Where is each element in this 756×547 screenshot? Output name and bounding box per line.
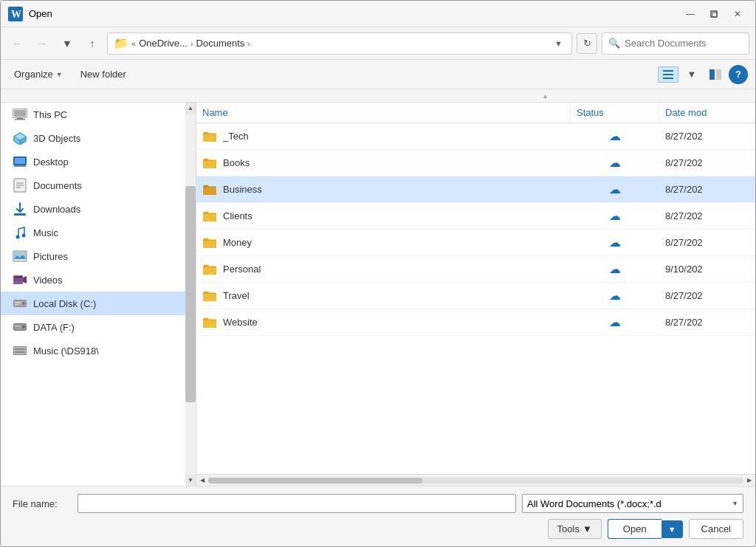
table-row[interactable]: _Tech ☁ 8/27/202: [196, 123, 755, 150]
recent-locations-button[interactable]: ▼: [57, 33, 78, 54]
sidebar-item-downloads[interactable]: Downloads: [1, 197, 185, 221]
table-row[interactable]: Money ☁ 8/27/202: [196, 230, 755, 256]
sidebar-item-pictures[interactable]: Pictures: [1, 244, 185, 268]
col-header-name[interactable]: Name: [196, 103, 571, 123]
h-scroll-thumb[interactable]: [208, 478, 422, 484]
maximize-button[interactable]: [704, 6, 724, 22]
scroll-track[interactable]: [185, 114, 196, 475]
sidebar-item-this-pc[interactable]: This PC: [1, 103, 185, 126]
main-content: This PC 3D Objects: [1, 103, 755, 486]
file-cell-status-personal: ☁: [571, 256, 659, 282]
svg-rect-8: [716, 69, 721, 80]
table-row[interactable]: Travel ☁ 8/27/202: [196, 283, 755, 309]
cloud-icon-website: ☁: [609, 315, 621, 329]
sidebar-item-local-disk[interactable]: Local Disk (C:): [1, 292, 185, 315]
svg-rect-7: [709, 69, 715, 80]
table-row[interactable]: Clients ☁ 8/27/202: [196, 203, 755, 230]
cancel-button[interactable]: Cancel: [689, 519, 743, 539]
desktop-icon: [13, 154, 27, 169]
col-date-label: Date mod: [665, 107, 707, 118]
table-row[interactable]: Personal ☁ 9/10/202: [196, 256, 755, 283]
file-cell-status-tech: ☁: [571, 123, 659, 149]
preview-button[interactable]: [705, 64, 726, 85]
filename-clients: Clients: [223, 210, 252, 221]
file-cell-name-personal: Personal: [196, 256, 571, 282]
svg-rect-2: [711, 11, 717, 17]
file-cell-date-money: 8/27/202: [659, 230, 755, 255]
h-scroll-right-btn[interactable]: ▶: [743, 475, 755, 486]
file-cell-date-website: 8/27/202: [659, 309, 755, 335]
col-header-status[interactable]: Status: [571, 103, 659, 123]
file-cell-name-money: Money: [196, 230, 571, 255]
file-type-select[interactable]: All Word Documents (*.docx;*.d ▼: [522, 494, 743, 513]
sidebar-item-3d-objects[interactable]: 3D Objects: [1, 126, 185, 150]
list-view-button[interactable]: [658, 66, 678, 83]
filename-money: Money: [223, 237, 252, 248]
search-icon: 🔍: [608, 38, 620, 49]
svg-point-38: [22, 302, 25, 305]
file-list-container: Name Status Date mod: [196, 103, 755, 486]
scroll-hint-bar: ▲: [1, 89, 755, 103]
open-button[interactable]: Open: [608, 519, 662, 539]
file-cell-status-books: ☁: [571, 150, 659, 176]
cloud-icon-books: ☁: [609, 156, 621, 170]
sidebar-item-music[interactable]: Music: [1, 221, 185, 244]
sidebar-item-videos[interactable]: Videos: [1, 268, 185, 292]
sidebar-item-data-f[interactable]: DATA (F:): [1, 315, 185, 339]
folder-icon-travel: [202, 289, 217, 303]
sidebar-item-documents[interactable]: Documents: [1, 173, 185, 197]
sidebar-item-music-nas[interactable]: Music (\DS918\: [1, 339, 185, 362]
minimize-button[interactable]: —: [680, 6, 701, 22]
file-cell-name-website: Website: [196, 309, 571, 335]
search-input[interactable]: [625, 38, 743, 49]
open-dropdown-button[interactable]: ▼: [662, 520, 683, 538]
scroll-thumb[interactable]: [185, 186, 196, 402]
table-row[interactable]: Books ☁ 8/27/202: [196, 150, 755, 176]
svg-point-31: [21, 252, 24, 255]
close-button[interactable]: ✕: [727, 6, 748, 22]
date-travel: 8/27/202: [665, 290, 703, 301]
documents-icon: [13, 178, 27, 193]
folder-icon-books: [202, 156, 217, 171]
organize-button[interactable]: Organize ▼: [8, 66, 69, 83]
refresh-button[interactable]: ↻: [577, 33, 597, 54]
table-row[interactable]: Website ☁ 8/27/202: [196, 309, 755, 336]
search-box: 🔍: [602, 32, 749, 55]
forward-button[interactable]: →: [32, 33, 52, 54]
tools-button[interactable]: Tools ▼: [548, 519, 602, 539]
h-scroll-left-btn[interactable]: ◀: [196, 475, 208, 486]
file-name-input[interactable]: [78, 494, 516, 513]
back-button[interactable]: ←: [7, 33, 27, 54]
pictures-icon: [13, 249, 27, 264]
path-separator-1: «: [131, 39, 136, 48]
col-header-date[interactable]: Date mod: [659, 103, 755, 123]
file-cell-date-clients: 8/27/202: [659, 203, 755, 229]
scroll-down-btn[interactable]: ▼: [185, 475, 196, 486]
path-dropdown-arrow[interactable]: ▼: [551, 38, 566, 49]
help-button[interactable]: ?: [729, 65, 748, 84]
svg-rect-20: [14, 165, 26, 167]
sidebar-label-downloads: Downloads: [33, 204, 80, 215]
date-money: 8/27/202: [665, 237, 703, 248]
folder-icon-tech: [202, 129, 217, 144]
date-personal: 9/10/202: [665, 264, 703, 275]
sidebar-item-desktop[interactable]: Desktop: [1, 150, 185, 173]
bottom-bar: File name: All Word Documents (*.docx;*.…: [1, 486, 755, 546]
svg-point-27: [22, 234, 26, 238]
svg-rect-47: [15, 348, 25, 350]
date-website: 8/27/202: [665, 317, 703, 328]
this-pc-icon: [13, 107, 27, 122]
h-scroll-track[interactable]: [208, 478, 743, 484]
up-button[interactable]: ↑: [82, 33, 103, 54]
path-part-1: OneDrive...: [139, 38, 188, 49]
horizontal-scrollbar[interactable]: ◀ ▶: [196, 474, 755, 486]
scroll-up-btn[interactable]: ▲: [185, 103, 196, 114]
address-path[interactable]: 📁 « OneDrive... › Documents › ▼: [107, 32, 572, 55]
cloud-icon-business: ☁: [609, 182, 621, 196]
svg-rect-4: [663, 70, 673, 72]
table-row[interactable]: Business ☁ 8/27/202: [196, 176, 755, 203]
sidebar-scrollbar[interactable]: ▲ ▼: [185, 103, 196, 486]
new-folder-button[interactable]: New folder: [75, 66, 132, 83]
view-chevron-button[interactable]: ▼: [681, 64, 702, 85]
file-cell-status-money: ☁: [571, 230, 659, 255]
